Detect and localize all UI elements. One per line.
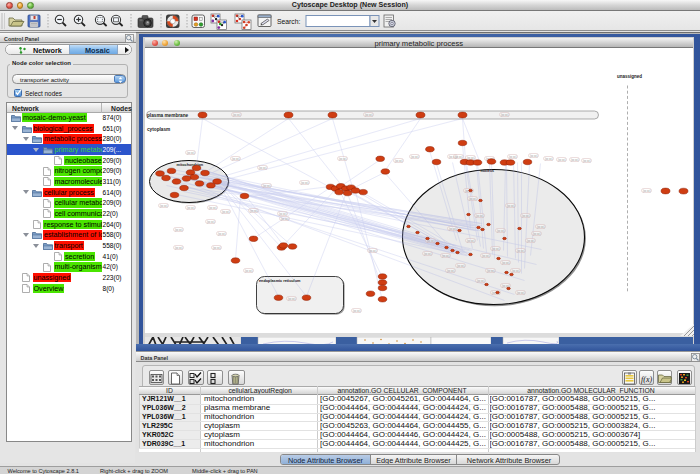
svg-text:(xx xx): (xx xx) [221,209,229,213]
svg-text:(xx xx): (xx xx) [466,238,474,242]
svg-text:(xx xx): (xx xx) [410,154,418,158]
svg-text:(xx xx): (xx xx) [300,180,308,184]
svg-text:(xx xx): (xx xx) [423,251,431,255]
svg-text:(xx xx): (xx xx) [448,226,456,230]
svg-text:(xx xx): (xx xx) [232,112,240,116]
svg-text:(xx xx): (xx xx) [532,231,540,235]
svg-text:(xx xx): (xx xx) [508,154,516,158]
svg-text:(xx xx): (xx xx) [500,112,508,116]
svg-text:(xx xx): (xx xx) [557,157,565,161]
svg-text:(xx xx): (xx xx) [486,268,494,272]
svg-text:endoplasmic reticulum: endoplasmic reticulum [259,278,301,282]
svg-text:(xx xx): (xx xx) [466,155,474,159]
svg-text:(xx xx): (xx xx) [454,154,462,158]
svg-text:(xx xx): (xx xx) [174,227,182,231]
svg-text:(xx xx): (xx xx) [206,219,214,223]
svg-text:(xx xx): (xx xx) [456,263,464,267]
svg-text:(xx xx): (xx xx) [186,150,194,154]
svg-text:(xx xx): (xx xx) [570,157,578,161]
svg-text:(xx xx): (xx xx) [244,268,252,272]
svg-text:(xx xx): (xx xx) [582,158,590,162]
svg-text:(xx xx): (xx xx) [446,268,454,272]
svg-text:(xx xx): (xx xx) [159,203,167,207]
svg-text:(xx xx): (xx xx) [231,156,239,160]
svg-text:Search:: Search: [277,18,301,25]
svg-text:(xx xx): (xx xx) [278,211,286,215]
svg-text:(xx xx): (xx xx) [521,213,529,217]
svg-text:(xx xx): (xx xx) [642,188,650,192]
svg-text:(xx xx): (xx xx) [481,253,489,257]
svg-text:(xx xx): (xx xx) [217,231,225,235]
svg-text:(xx xx): (xx xx) [394,158,402,162]
svg-text:(xx xx): (xx xx) [506,203,514,207]
svg-text:(xx xx): (xx xx) [368,248,376,252]
svg-text:(xx xx): (xx xx) [186,205,194,209]
svg-text:(xx xx): (xx xx) [287,296,295,300]
svg-text:nucleus: nucleus [480,169,494,173]
svg-text:(xx xx): (xx xx) [174,245,182,249]
svg-text:(xx xx): (xx xx) [249,208,257,212]
svg-text:unassigned: unassigned [617,73,642,78]
svg-text:(xx xx): (xx xx) [476,278,484,282]
svg-text:(xx xx): (xx xx) [475,213,483,217]
svg-text:(xx xx): (xx xx) [516,290,524,294]
svg-text:(xx xx): (xx xx) [496,228,504,232]
svg-text:plasma membrane: plasma membrane [147,112,189,117]
svg-text:(xx xx): (xx xx) [501,260,509,264]
svg-text:(xx xx): (xx xx) [208,205,216,209]
svg-text:(xx xx): (xx xx) [262,183,270,187]
svg-text:(xx xx): (xx xx) [511,268,519,272]
svg-text:(xx xx): (xx xx) [338,156,346,160]
svg-text:(xx xx): (xx xx) [212,245,220,249]
svg-text:(xx xx): (xx xx) [544,156,552,160]
svg-text:cytoplasm: cytoplasm [147,127,170,132]
svg-text:(xx xx): (xx xx) [516,248,524,252]
svg-text:(xx xx): (xx xx) [491,246,499,250]
svg-text:(xx xx): (xx xx) [468,196,476,200]
svg-text:(xx xx): (xx xx) [529,153,537,157]
svg-text:(xx xx): (xx xx) [536,224,544,228]
svg-text:(xx xx): (xx xx) [258,165,266,169]
svg-text:(xx xx): (xx xx) [352,308,360,312]
svg-text:(xx xx): (xx xx) [526,238,534,242]
svg-text:(xx xx): (xx xx) [364,112,372,116]
svg-text:f(x): f(x) [641,374,652,383]
svg-text:(xx xx): (xx xx) [441,253,449,257]
svg-text:(xx xx): (xx xx) [280,216,288,220]
